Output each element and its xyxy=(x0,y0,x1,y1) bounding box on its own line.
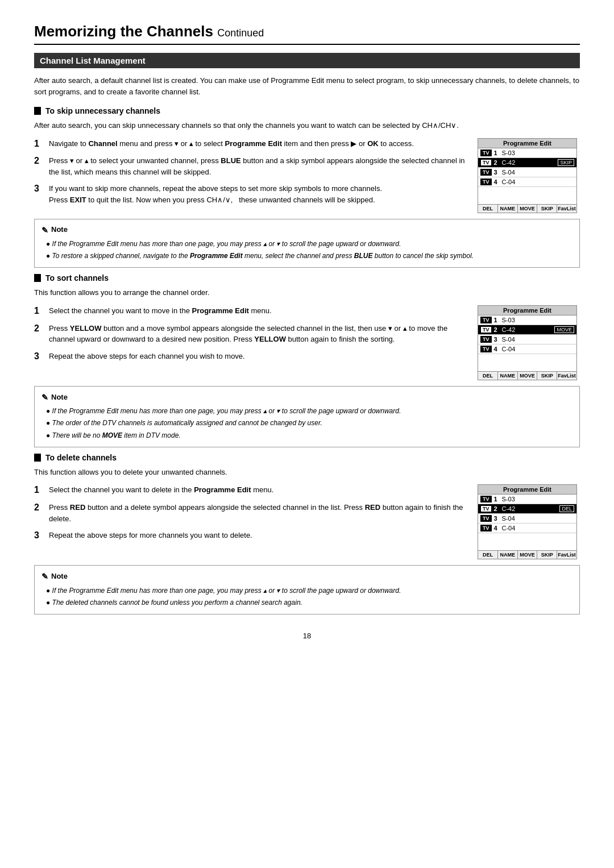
delete-row3-tv: TV xyxy=(480,515,492,522)
sort-row2-tv: TV xyxy=(480,326,492,333)
skip-row2-badge: SKIP xyxy=(558,159,574,166)
skip-panel-row-1: TV 1 S-03 xyxy=(478,148,576,158)
skip-note-icon: ✎ xyxy=(42,224,48,236)
sort-panel-title: Programme Edit xyxy=(478,306,576,315)
sort-prog-edit-panel: Programme Edit TV 1 S-03 TV 2 C-42 MOVE … xyxy=(478,305,577,380)
sort-row2-name: C-42 xyxy=(502,326,553,333)
sort-row2-num: 2 xyxy=(494,326,500,333)
delete-note-header: ✎ Note xyxy=(42,570,572,583)
delete-panel-row-2: TV 2 C-42 DEL xyxy=(478,504,576,514)
sort-panel-col: Programme Edit TV 1 S-03 TV 2 C-42 MOVE … xyxy=(478,305,580,380)
sort-panel-row-4: TV 4 C-04 xyxy=(478,344,576,354)
delete-step-3-text: Repeat the above steps for more channels… xyxy=(49,530,466,542)
sort-row3-name: S-04 xyxy=(502,336,574,343)
delete-intro: This function allows you to delete your … xyxy=(34,467,580,478)
skip-step-1: 1 Navigate to Channel menu and press ▾ o… xyxy=(34,138,466,150)
skip-panel-title: Programme Edit xyxy=(478,139,576,148)
skip-row3-name: S-04 xyxy=(502,169,574,176)
sort-panel-row-1: TV 1 S-03 xyxy=(478,315,576,325)
skip-subsection-title: To skip unnecessary channels xyxy=(34,106,580,115)
sort-note-1: If the Programme Edit menu has more than… xyxy=(46,406,572,417)
delete-step-1: 1 Select the channel you want to delete … xyxy=(34,484,466,496)
intro-paragraph: After auto search, a default channel lis… xyxy=(34,75,580,97)
skip-panel-row-3: TV 3 S-04 xyxy=(478,168,576,177)
sort-footer-skip: SKIP xyxy=(537,372,557,380)
delete-row4-name: C-04 xyxy=(502,525,574,531)
delete-step-3-num: 3 xyxy=(34,530,43,542)
delete-footer-move: MOVE xyxy=(518,551,538,559)
sort-note-header: ✎ Note xyxy=(42,391,572,404)
sort-note-label: Note xyxy=(51,392,68,404)
sort-panel-row-2: TV 2 C-42 MOVE xyxy=(478,325,576,335)
skip-footer-name: NAME xyxy=(498,205,518,213)
delete-row3-name: S-04 xyxy=(502,515,574,522)
delete-row2-badge: DEL xyxy=(559,505,574,512)
skip-footer-favlist: FavList xyxy=(557,205,576,213)
skip-row3-tv: TV xyxy=(480,169,492,176)
skip-footer-move: MOVE xyxy=(518,205,538,213)
page-title: Memorizing the Channels Continued xyxy=(34,23,580,45)
sort-note-3: There will be no MOVE item in DTV mode. xyxy=(46,430,572,441)
skip-title-text: To skip unnecessary channels xyxy=(45,106,160,115)
delete-step-3: 3 Repeat the above steps for more channe… xyxy=(34,530,466,542)
skip-row1-tv: TV xyxy=(480,149,492,156)
sort-row1-num: 1 xyxy=(494,317,500,323)
delete-row2-tv: TV xyxy=(480,505,492,512)
sort-row3-num: 3 xyxy=(494,336,500,343)
delete-panel-col: Programme Edit TV 1 S-03 TV 2 C-42 DEL T… xyxy=(478,484,580,559)
delete-row2-num: 2 xyxy=(494,505,500,512)
sort-row4-name: C-04 xyxy=(502,346,574,352)
sort-row1-name: S-03 xyxy=(502,317,574,323)
sort-title-text: To sort channels xyxy=(45,273,109,283)
title-text: Memorizing the Channels xyxy=(34,23,213,40)
sort-step-3-text: Repeat the above steps for each channel … xyxy=(49,351,466,363)
sort-footer-del: DEL xyxy=(478,372,498,380)
skip-row3-num: 3 xyxy=(494,169,500,176)
skip-row2-name: C-42 xyxy=(502,159,556,166)
delete-note-1: If the Programme Edit menu has more than… xyxy=(46,585,572,596)
skip-panel-footer: DEL NAME MOVE SKIP FavList xyxy=(478,204,576,213)
skip-step-3-text: If you want to skip more channels, repea… xyxy=(49,183,466,205)
delete-step-1-num: 1 xyxy=(34,484,43,496)
delete-panel-row-3: TV 3 S-04 xyxy=(478,514,576,524)
skip-row1-num: 1 xyxy=(494,149,500,156)
skip-panel-row-2: TV 2 C-42 SKIP xyxy=(478,158,576,168)
skip-row4-num: 4 xyxy=(494,178,500,185)
delete-row4-tv: TV xyxy=(480,525,492,531)
delete-title-text: To delete channels xyxy=(45,453,117,462)
delete-step-1-text: Select the channel you want to delete in… xyxy=(49,484,466,496)
skip-step-1-num: 1 xyxy=(34,138,43,150)
skip-note-box: ✎ Note If the Programme Edit menu has mo… xyxy=(34,219,580,268)
skip-prog-edit-panel: Programme Edit TV 1 S-03 TV 2 C-42 SKIP … xyxy=(478,138,577,213)
delete-footer-skip: SKIP xyxy=(537,551,557,559)
page-number: 18 xyxy=(34,632,580,640)
delete-panel-row-1: TV 1 S-03 xyxy=(478,495,576,504)
skip-row1-name: S-03 xyxy=(502,149,574,156)
sort-footer-favlist: FavList xyxy=(557,372,576,380)
sort-row2-badge: MOVE xyxy=(554,326,574,333)
delete-row3-num: 3 xyxy=(494,515,500,522)
sort-intro: This function allows you to arrange the … xyxy=(34,287,580,298)
sort-steps-col: 1 Select the channel you want to move in… xyxy=(34,305,466,368)
sort-row4-num: 4 xyxy=(494,346,500,352)
delete-row1-name: S-03 xyxy=(502,496,574,502)
sort-subsection-title: To sort channels xyxy=(34,273,580,283)
delete-footer-del: DEL xyxy=(478,551,498,559)
skip-step-2-text: Press ▾ or ▴ to select your unwanted cha… xyxy=(49,155,466,177)
sort-row3-tv: TV xyxy=(480,336,492,343)
sort-step-3-num: 3 xyxy=(34,351,43,363)
sort-footer-name: NAME xyxy=(498,372,518,380)
delete-prog-edit-panel: Programme Edit TV 1 S-03 TV 2 C-42 DEL T… xyxy=(478,484,577,559)
sort-step-2-text: Press YELLOW button and a move symbol ap… xyxy=(49,323,466,345)
delete-subsection-title: To delete channels xyxy=(34,453,580,462)
sort-step-3: 3 Repeat the above steps for each channe… xyxy=(34,351,466,363)
delete-step-2-num: 2 xyxy=(34,502,43,524)
delete-panel-footer: DEL NAME MOVE SKIP FavList xyxy=(478,550,576,559)
delete-note-box: ✎ Note If the Programme Edit menu has mo… xyxy=(34,565,580,614)
delete-step-2-text: Press RED button and a delete symbol app… xyxy=(49,502,466,524)
skip-step-3-num: 3 xyxy=(34,183,43,205)
sort-row1-tv: TV xyxy=(480,317,492,323)
delete-panel-row-4: TV 4 C-04 xyxy=(478,524,576,533)
continued-label: Continued xyxy=(217,27,264,39)
sort-footer-move: MOVE xyxy=(518,372,538,380)
